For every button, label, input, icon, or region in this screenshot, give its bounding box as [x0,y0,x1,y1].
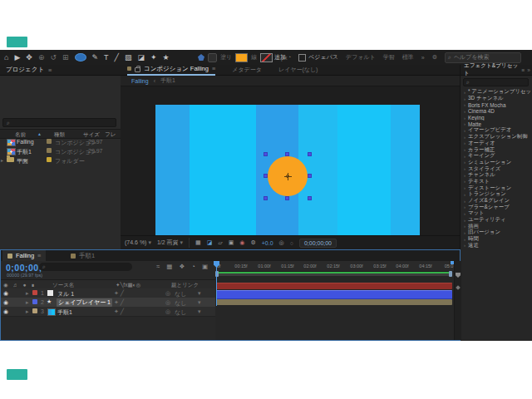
effects-category[interactable]: ›描画 [461,223,532,229]
caret-icon[interactable]: ▾ [198,299,201,306]
rotate-tool-icon[interactable]: ↺ [50,54,57,62]
layer-row-precomp[interactable]: ◉ ▸ 3 手順1 ✦ ╱ ◎ なし ▾ [1,307,215,317]
time-ruler[interactable]: 0f 00:15f 01:00f 01:15f 02:00f 02:15f 03… [215,261,454,272]
effects-category[interactable]: ›エクスプレッション制御 [461,134,532,140]
effects-category[interactable]: ›ブラー&シャープ [461,204,532,210]
effects-category[interactable]: ›ディストーション [461,185,532,191]
effects-search-input[interactable]: ⌕ [463,78,529,86]
bezier-path-option[interactable]: ベジェパス [298,53,338,62]
effects-category[interactable]: ›キーイング [461,153,532,160]
tab-composition-falling[interactable]: コンポジション Falling ≡ [127,65,215,76]
comp-marker-bin-icon[interactable] [456,273,461,278]
clone-stamp-tool-icon[interactable]: ▨ [125,54,132,62]
effects-category[interactable]: ›Matte [461,121,532,127]
nav-parent-comp[interactable]: 手順1 [160,76,175,85]
layer-switches[interactable]: ✦ ╱ [114,299,124,306]
pickwhip-icon[interactable]: ◎ [165,299,170,306]
stroke-color-swatch[interactable] [260,53,273,62]
pickwhip-icon[interactable]: ◎ [165,308,170,315]
effects-category[interactable]: ›Cinema 4D [461,108,532,115]
panel-menu-icon[interactable]: ≡ [212,65,215,72]
tool-creates-mask-icon[interactable] [208,53,217,62]
marker-diamond-icon[interactable] [456,285,461,290]
timeline-tab-tejun1[interactable]: 手順1 [66,250,100,261]
bezier-checkbox[interactable] [298,54,306,62]
selection-handle[interactable] [264,152,268,156]
roto-brush-tool-icon[interactable]: ★ [163,54,170,62]
expand-arrow-icon[interactable]: ▸ [26,290,29,297]
viewer-canvas[interactable] [121,86,460,250]
label-color-chip[interactable] [47,148,52,153]
brush-tool-icon[interactable]: ╱ [115,54,119,62]
effects-category[interactable]: ›時間 [461,236,532,243]
effects-category[interactable]: ›スタイライズ [461,165,532,172]
sort-arrow-icon[interactable]: ▲ [37,131,42,136]
caret-icon[interactable]: ▾ [198,290,201,297]
channel-icon[interactable]: ◉ [239,239,244,246]
playhead-line[interactable] [216,261,217,306]
layer-bar-shape-selected[interactable] [216,290,452,299]
panel-menu-icon[interactable]: ≡ [37,252,41,259]
effects-category[interactable]: ›カラー補正 [461,146,532,153]
effects-category[interactable]: ›* アニメーションプリセット [461,89,532,96]
effects-category[interactable]: ›トランジション [461,191,532,198]
hand-tool-icon[interactable]: ✥ [26,54,32,62]
nav-current-comp[interactable]: Falling [131,78,149,84]
mask-visibility-icon[interactable]: ◪ [207,239,213,246]
puppet-pin-tool-icon[interactable]: ✦ [150,54,157,62]
timeline-search-input[interactable]: ⌕ [39,263,132,271]
timeline-tab-falling[interactable]: Falling ≡ [2,250,46,261]
tool-creates-shape-icon[interactable] [198,54,204,61]
effects-category[interactable]: ›マット [461,210,532,217]
exposure-value[interactable]: +0.0 [262,240,273,246]
workspace-gear-icon[interactable]: ⚙ [432,54,437,61]
selection-handle[interactable] [285,152,289,156]
zoom-tool-icon[interactable]: ⊕ [38,54,45,62]
workspace-standard[interactable]: 標準 [402,53,414,62]
pickwhip-icon[interactable]: ◎ [165,290,170,297]
effects-category[interactable]: ›旧バージョン [461,229,532,236]
project-row-falling[interactable]: Falling コンポジション 29.97 [0,137,121,146]
workspace-overflow-icon[interactable]: » [421,55,425,61]
pen-tool-icon[interactable]: ✎ [92,54,99,62]
effects-category[interactable]: ›Keying [461,115,532,121]
add-button[interactable]: 追加 ◔ [274,53,291,62]
settings-gear-icon[interactable]: ⚙ [250,239,255,246]
tab-metadata[interactable]: メタデータ [232,66,262,74]
workspace-default[interactable]: デフォルト [346,53,376,62]
expand-arrow-icon[interactable]: ▸ [26,299,29,306]
shape-tool-icon-active[interactable] [75,53,86,62]
layer-name[interactable]: 手順1 [57,308,72,317]
panel-menu-icon[interactable]: ≡ [521,67,525,73]
eraser-tool-icon[interactable]: ◪ [138,54,145,62]
work-area-end-handle[interactable] [449,271,452,277]
tab-project[interactable]: プロジェクト [6,66,44,74]
type-tool-icon[interactable]: T [104,54,109,62]
tab-layer-none[interactable]: レイヤー(なし) [278,66,318,74]
layer-switches[interactable]: ✦ ╱ [114,308,124,315]
layer-name[interactable]: シェイプレイヤー 1 [57,298,112,307]
caret-icon[interactable]: ▾ [198,308,201,315]
selection-handle[interactable] [264,196,268,200]
eye-icon[interactable]: ◉ [3,299,8,306]
expand-arrow-icon[interactable]: ▸ [26,308,29,315]
project-row-tejun1[interactable]: 手順1 コンポジション 29.97 [0,146,121,155]
selection-handle[interactable] [308,196,312,200]
help-search-input[interactable]: ⌕ ヘルプを検索 [445,52,521,63]
show-snapshot-icon[interactable]: ○ [290,240,293,246]
label-color-chip[interactable] [32,308,37,313]
lock-icon[interactable] [135,67,140,72]
anchor-point-icon[interactable] [284,173,292,180]
selection-handle[interactable] [308,152,312,156]
selection-handle[interactable] [308,174,312,178]
effects-category[interactable]: ›オーディオ [461,140,532,147]
panel-menu-icon[interactable]: ≡ [48,66,52,74]
label-color-chip[interactable] [32,290,37,295]
selection-handle[interactable] [285,196,289,200]
label-color-chip[interactable] [32,299,37,304]
project-row-heimen[interactable]: ▸ 平面 フォルダー [0,155,121,165]
effects-category[interactable]: ›シミュレーション [461,160,532,166]
effects-category[interactable]: ›Boris FX Mocha [461,101,532,108]
panel-overflow-icon[interactable]: » [527,67,532,73]
magnification-dropdown[interactable]: (74.6 %) ▾ [125,239,151,246]
